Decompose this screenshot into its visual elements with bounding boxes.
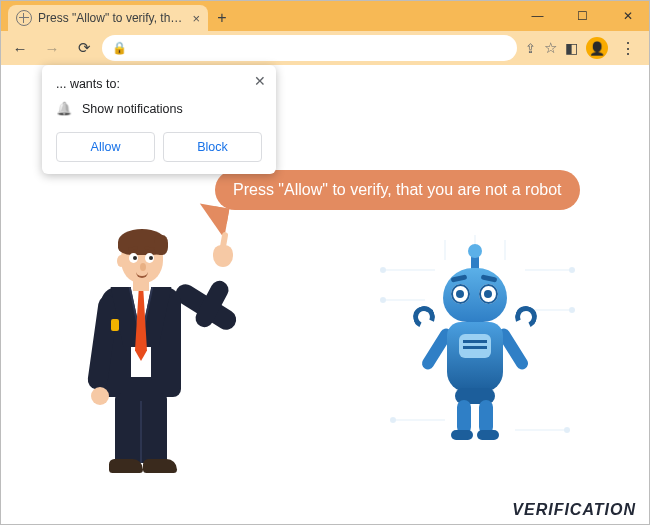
kebab-menu-icon[interactable]: ⋮	[616, 39, 640, 58]
close-tab-icon[interactable]: ×	[192, 11, 200, 26]
forward-button[interactable]: →	[38, 34, 66, 62]
bookmark-star-icon[interactable]: ☆	[544, 39, 557, 57]
browser-toolbar: ← → ⟳ 🔒 ⇪ ☆ ◧ 👤 ⋮	[0, 31, 650, 65]
back-button[interactable]: ←	[6, 34, 34, 62]
prompt-header: ... wants to:	[56, 77, 262, 91]
globe-icon	[16, 10, 32, 26]
close-prompt-icon[interactable]: ✕	[254, 73, 266, 89]
speech-text: Press "Allow" to verify, that you are no…	[233, 181, 562, 198]
maximize-button[interactable]: ☐	[560, 0, 605, 31]
allow-button[interactable]: Allow	[56, 132, 155, 162]
svg-point-11	[564, 427, 570, 433]
svg-point-7	[569, 307, 575, 313]
svg-point-9	[390, 417, 396, 423]
window-controls: — ☐ ✕	[515, 0, 650, 31]
close-window-button[interactable]: ✕	[605, 0, 650, 31]
share-icon[interactable]: ⇪	[525, 41, 536, 56]
bell-icon: 🔔	[56, 101, 72, 116]
svg-point-1	[380, 267, 386, 273]
profile-avatar-icon[interactable]: 👤	[586, 37, 608, 59]
speech-bubble: Press "Allow" to verify, that you are no…	[215, 170, 580, 210]
reload-button[interactable]: ⟳	[70, 34, 98, 62]
svg-point-3	[380, 297, 386, 303]
extensions-icon[interactable]: ◧	[565, 40, 578, 56]
svg-point-5	[569, 267, 575, 273]
tab-title: Press "Allow" to verify, that you a	[38, 11, 186, 25]
notification-permission-prompt: ✕ ... wants to: 🔔 Show notifications All…	[42, 65, 276, 174]
verification-footer-label: VERIFICATION	[512, 501, 636, 519]
window-titlebar: Press "Allow" to verify, that you a × + …	[0, 0, 650, 31]
new-tab-button[interactable]: +	[208, 5, 236, 31]
address-bar[interactable]: 🔒	[102, 35, 517, 61]
minimize-button[interactable]: —	[515, 0, 560, 31]
prompt-permission-text: Show notifications	[82, 102, 183, 116]
businessman-illustration	[85, 233, 195, 478]
robot-illustration	[395, 250, 555, 450]
browser-tab-active[interactable]: Press "Allow" to verify, that you a ×	[8, 5, 208, 31]
lock-icon: 🔒	[112, 41, 127, 55]
block-button[interactable]: Block	[163, 132, 262, 162]
